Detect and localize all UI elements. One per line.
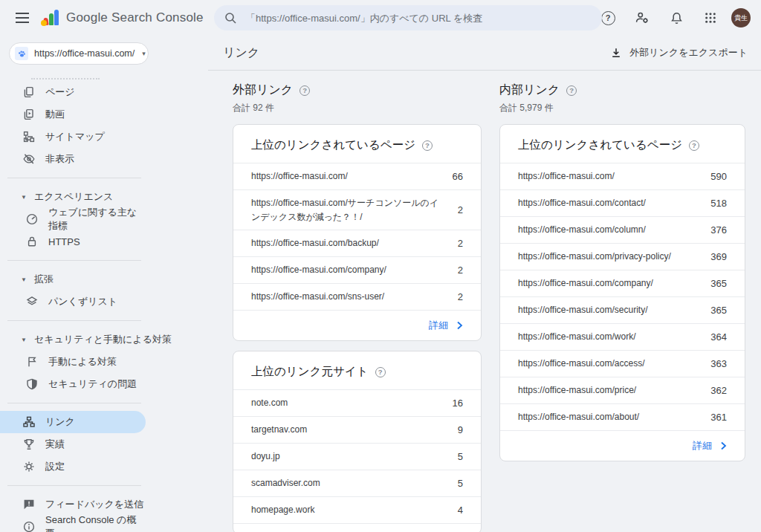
table-row[interactable]: https://office-masui.com/work/ 364 [500,323,745,350]
linked-page-url: https://office-masui.com/company/ [251,263,386,277]
link-count: 365 [710,278,727,289]
link-count: 5 [458,451,463,462]
search-console-logo-icon [40,9,59,27]
sidebar-item-removals[interactable]: 非表示 [0,148,146,170]
chevron-right-icon [456,321,463,330]
apps-grid-icon[interactable] [697,4,724,31]
sidebar-item-video[interactable]: 動画 [0,103,146,126]
chevron-right-icon [720,441,727,450]
trophy-icon [22,438,36,451]
table-row[interactable]: https://office-masui.com/price/ 362 [500,377,745,403]
sidebar-item-breadcrumbs[interactable]: パンくずリスト [0,291,146,313]
linked-page-url: https://office-masui.com/company/ [518,276,653,291]
linked-page-url: https://office-masui.com/column/ [518,223,646,237]
sidebar-section-enhancements[interactable]: ▼ 拡張 [0,268,208,291]
help-icon[interactable]: ? [566,85,577,96]
sidebar-item-about[interactable]: Search Console の概要 [0,516,146,532]
hamburger-menu-icon[interactable] [9,4,36,31]
external-top-linked-pages-card: 上位のリンクされているページ ? https://office-masui.co… [233,124,482,341]
external-links-section: 外部リンク ? 合計 92 件 上位のリンクされているページ ? https:/… [233,82,482,532]
linked-page-url: https://office-masui.com/security/ [518,303,648,317]
divider [7,320,141,321]
sidebar-section-experience[interactable]: ▼ エクスペリエンス [0,186,208,208]
linking-site-domain: scamadviser.com [251,476,320,490]
table-row[interactable]: targetnav.com 9 [233,416,481,443]
page-header: リンク 外部リンクをエクスポート [208,36,761,71]
help-icon[interactable]: ? [299,85,310,96]
sidebar-item-https[interactable]: HTTPS [0,230,146,253]
app-logo: Google Search Console [40,9,204,27]
shield-icon [25,377,39,391]
divider [7,485,141,486]
linked-page-url: https://office-masui.com/contact/ [518,196,646,210]
table-row[interactable]: scamadviser.com 5 [233,470,481,496]
property-selector[interactable]: https://office-masui.com/ ▾ [9,42,149,65]
table-row[interactable]: https://office-masui.com/ 590 [500,163,745,189]
search-icon [224,12,237,25]
help-icon[interactable]: ? [375,367,386,377]
linked-page-url: https://office-masui.com/ [251,169,348,184]
table-row[interactable]: https://office-masui.com/security/ 365 [500,296,745,323]
sidebar-item-sitemaps[interactable]: サイトマップ [0,126,146,148]
obscured-nav-item [31,68,100,80]
table-row[interactable]: https://office-masui.com/sns-user/ 2 [233,283,481,310]
main-content: リンク 外部リンクをエクスポート 外部リンク ? 合計 92 件 上位のリンクさ… [208,36,761,532]
table-row[interactable]: https://office-masui.com/サーチコンソールのインデックス… [233,189,481,230]
pages-icon [22,85,36,99]
caret-down-icon: ▼ [21,194,27,201]
link-count: 365 [710,305,727,316]
avatar[interactable]: 貴生 [731,8,751,27]
sidebar-item-core-web-vitals[interactable]: ウェブに関する主な指標 [0,208,146,230]
more-link[interactable]: 詳細 [693,439,727,452]
sidebar-item-achievements[interactable]: 実績 [0,433,146,455]
sidebar-item-settings[interactable]: 設定 [0,455,146,478]
export-external-links-button[interactable]: 外部リンクをエクスポート [609,43,749,62]
link-count: 66 [453,171,463,182]
external-links-total: 合計 92 件 [233,102,482,114]
table-row[interactable]: homepage.work 4 [233,496,481,523]
table-row[interactable]: https://office-masui.com/company/ 365 [500,270,745,296]
sidebar-section-security[interactable]: ▼ セキュリティと手動による対策 [0,328,208,351]
table-row[interactable]: https://office-masui.com/company/ 2 [233,256,481,283]
divider [7,403,141,403]
sidebar-item-security-issues[interactable]: セキュリティの問題 [0,373,146,395]
help-icon[interactable]: ? [422,140,433,151]
table-row[interactable]: https://office-masui.com/column/ 376 [500,216,745,243]
link-count: 2 [458,238,463,249]
table-row[interactable]: https://office-masui.com/about/ 361 [500,403,745,430]
layers-icon [25,295,39,308]
linking-site-domain: targetnav.com [251,423,307,437]
linked-page-url: https://office-masui.com/backup/ [251,236,379,250]
link-count: 4 [458,505,463,516]
table-row[interactable]: https://office-masui.com/contact/ 518 [500,189,745,216]
eye-off-icon [22,152,36,166]
help-icon[interactable]: ? [689,140,699,151]
notifications-bell-icon[interactable] [663,4,690,31]
link-count: 5 [458,478,463,489]
internal-top-linked-pages-card: 上位のリンクされているページ ? https://office-masui.co… [499,124,745,461]
table-row[interactable]: https://office-masui.com/access/ 363 [500,350,745,377]
table-row[interactable]: doyu.jp 5 [233,443,481,470]
url-inspection-searchbar[interactable] [214,5,602,30]
links-tree-icon [22,415,36,429]
property-url: https://office-masui.com/ [34,48,135,59]
linking-site-domain: doyu.jp [251,450,280,464]
manage-account-icon[interactable] [629,4,655,31]
link-count: 364 [710,331,727,343]
more-link[interactable]: 詳細 [429,319,463,332]
divider [7,178,141,178]
linked-page-url: https://office-masui.com/price/ [518,383,636,398]
sidebar-item-pages[interactable]: ページ [0,81,146,103]
link-count: 361 [710,412,727,423]
info-icon [22,520,36,532]
sidebar-item-links[interactable]: リンク [0,411,146,433]
table-row[interactable]: https://office-masui.com/backup/ 2 [233,230,481,256]
table-row[interactable]: https://office-masui.com/privacy-policy/… [500,243,745,270]
search-input[interactable] [246,13,592,24]
sidebar-item-manual-actions[interactable]: 手動による対策 [0,351,146,373]
site-favicon-icon [15,47,28,60]
sidebar-item-feedback[interactable]: フィードバックを送信 [0,493,146,516]
table-row[interactable]: https://office-masui.com/ 66 [233,163,481,189]
table-row[interactable]: note.com 16 [233,389,481,416]
chevron-down-icon: ▾ [142,50,146,57]
